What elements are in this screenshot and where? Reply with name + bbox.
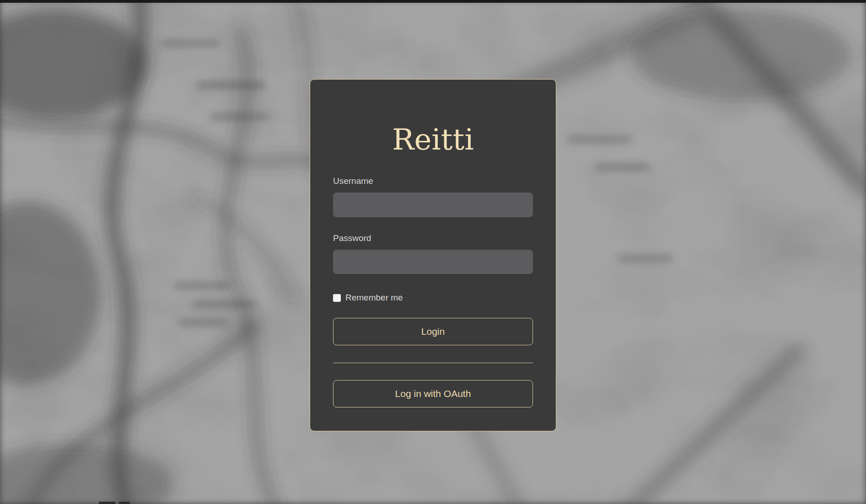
password-input[interactable] — [333, 250, 533, 274]
map-label-fragment — [99, 502, 115, 504]
remember-row: Remember me — [333, 293, 533, 302]
username-input[interactable] — [333, 193, 533, 217]
login-card: Reitti Username Password Remember me Log… — [310, 79, 556, 431]
login-button[interactable]: Login — [333, 318, 533, 345]
app-title: Reitti — [333, 123, 533, 155]
map-label-fragment — [119, 502, 130, 504]
top-bar — [0, 0, 866, 3]
password-label: Password — [333, 233, 533, 244]
divider — [333, 363, 533, 363]
remember-label: Remember me — [345, 293, 403, 302]
remember-checkbox[interactable] — [333, 294, 341, 302]
oauth-login-button[interactable]: Log in with OAuth — [333, 380, 533, 407]
username-label: Username — [333, 176, 533, 187]
login-form: Username Password Remember me Login Log … — [333, 176, 533, 407]
